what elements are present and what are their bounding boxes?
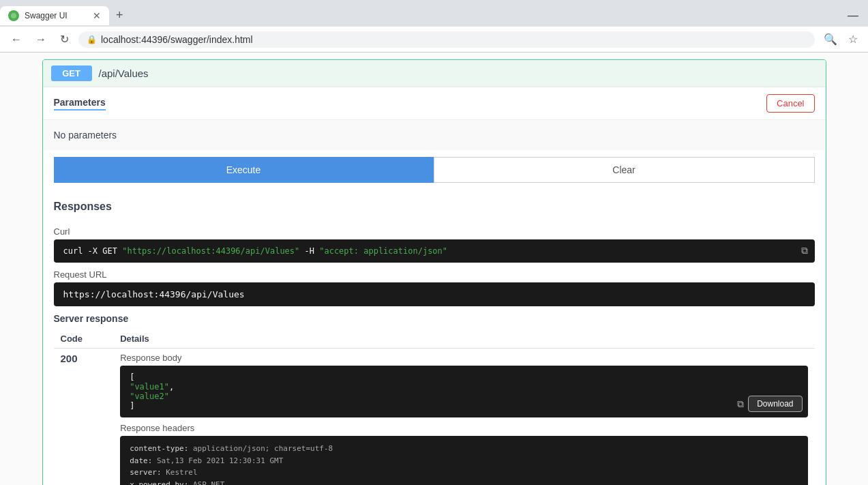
header-content-type: content-type: application/json; charset=…	[130, 443, 798, 455]
request-url-label: Request URL	[54, 269, 815, 280]
copy-response-icon[interactable]: ⧉	[737, 398, 744, 410]
forward-button[interactable]: →	[31, 32, 50, 47]
page-content: GET /api/Values Parameters Cancel No par…	[0, 53, 868, 485]
response-body-val1: "value1",	[130, 382, 798, 392]
zoom-button[interactable]: 🔍	[820, 31, 841, 48]
response-body-block: [ "value1", "value2" ] ⧉ Download	[120, 366, 807, 417]
tab-close-button[interactable]: ✕	[93, 10, 101, 21]
header-content-type-name: content-type:	[130, 444, 193, 453]
response-code-cell: 200	[54, 349, 114, 486]
parameters-title: Parameters	[54, 97, 106, 111]
lock-icon: 🔒	[87, 35, 97, 44]
swagger-container: GET /api/Values Parameters Cancel No par…	[42, 59, 826, 485]
headers-block: content-type: application/json; charset=…	[120, 436, 807, 485]
endpoint-body: Parameters Cancel No parameters Execute …	[43, 87, 826, 485]
browser-chrome: Swagger UI ✕ + — ← → ↻ 🔒 localhost:44396…	[0, 0, 868, 53]
curl-header: -H	[299, 246, 319, 256]
request-url-block: https://localhost:44396/api/Values	[54, 282, 815, 306]
curl-label: Curl	[54, 226, 815, 237]
header-server-name: server:	[130, 468, 166, 477]
cancel-button[interactable]: Cancel	[766, 94, 814, 113]
curl-url: "https://localhost:44396/api/Values"	[122, 246, 299, 256]
responses-section: Responses	[43, 194, 826, 226]
server-response-label: Server response	[54, 313, 815, 324]
response-headers-label: Response headers	[120, 423, 807, 433]
no-parameters-text: No parameters	[43, 120, 826, 150]
details-column-header: Details	[113, 329, 814, 349]
execute-area: Execute Clear	[43, 150, 826, 194]
reload-button[interactable]: ↻	[56, 31, 73, 47]
header-xpowered-name: x-powered-by:	[130, 480, 193, 485]
new-tab-button[interactable]: +	[109, 4, 130, 27]
tab-title: Swagger UI	[25, 11, 68, 20]
response-body-label: Response body	[120, 353, 807, 363]
browser-toolbar: ← → ↻ 🔒 localhost:44396/swagger/index.ht…	[0, 27, 868, 53]
curl-section: Curl curl -X GET "https://localhost:4439…	[54, 226, 815, 263]
response-body-val2: "value2"	[130, 392, 798, 401]
response-table: Code Details 200 Response body [	[54, 329, 815, 485]
curl-prefix: curl -X GET	[63, 246, 123, 256]
active-tab[interactable]: Swagger UI ✕	[0, 6, 109, 25]
endpoint-header[interactable]: GET /api/Values	[43, 60, 826, 87]
curl-accept: "accept: application/json"	[319, 246, 447, 256]
tab-bar: Swagger UI ✕ + —	[0, 0, 868, 27]
responses-heading: Responses	[54, 201, 815, 213]
browser-action-icons: 🔍 ☆	[820, 31, 861, 48]
header-xpowered-val: ASP.NET	[193, 480, 224, 485]
server-response-section: Server response Code Details 200	[54, 313, 815, 485]
header-server: server: Kestrel	[130, 467, 798, 479]
bookmark-button[interactable]: ☆	[845, 31, 861, 48]
endpoint-path: /api/Values	[99, 68, 149, 79]
url-text: localhost:44396/swagger/index.html	[101, 34, 807, 45]
clear-button[interactable]: Clear	[434, 157, 815, 183]
download-button[interactable]: Download	[748, 396, 802, 412]
header-date-val: Sat,13 Feb 2021 12:30:31 GMT	[157, 456, 283, 465]
execute-button[interactable]: Execute	[54, 157, 434, 183]
table-row: 200 Response body [ "value1", "value2" ]	[54, 349, 815, 486]
request-url-section: Request URL https://localhost:44396/api/…	[54, 269, 815, 306]
request-url-text: https://localhost:44396/api/Values	[63, 289, 245, 299]
header-content-type-val: application/json; charset=utf-8	[193, 444, 333, 453]
method-badge: GET	[51, 65, 92, 81]
code-column-header: Code	[54, 329, 114, 349]
tab-favicon	[8, 10, 19, 21]
header-xpowered: x-powered-by: ASP.NET	[130, 479, 798, 485]
header-date: date: Sat,13 Feb 2021 12:30:31 GMT	[130, 455, 798, 467]
curl-code-block: curl -X GET "https://localhost:44396/api…	[54, 239, 815, 263]
back-button[interactable]: ←	[7, 32, 26, 47]
parameters-section-header: Parameters Cancel	[43, 87, 826, 120]
endpoint-block: GET /api/Values Parameters Cancel No par…	[42, 59, 826, 485]
header-server-val: Kestrel	[166, 468, 197, 477]
copy-curl-icon[interactable]: ⧉	[801, 245, 808, 256]
address-bar[interactable]: 🔒 localhost:44396/swagger/index.html	[78, 31, 815, 48]
response-body-line3: ]	[130, 401, 798, 411]
response-details-cell: Response body [ "value1", "value2" ] ⧉	[113, 349, 814, 486]
minimize-button[interactable]: —	[838, 5, 868, 26]
header-date-name: date:	[130, 456, 157, 465]
response-actions: ⧉ Download	[737, 396, 802, 412]
response-body-line1: [	[130, 372, 798, 382]
